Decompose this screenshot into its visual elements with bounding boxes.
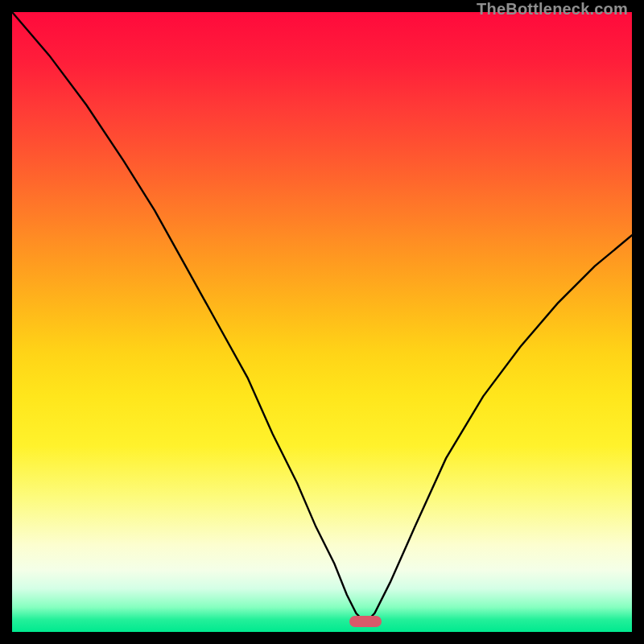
plot-area [12,12,632,632]
optimal-marker [349,616,382,627]
bottleneck-curve-path [12,12,632,623]
watermark-text: TheBottleneck.com [477,0,628,19]
curve-svg [12,12,632,632]
chart-frame: TheBottleneck.com [0,0,644,644]
